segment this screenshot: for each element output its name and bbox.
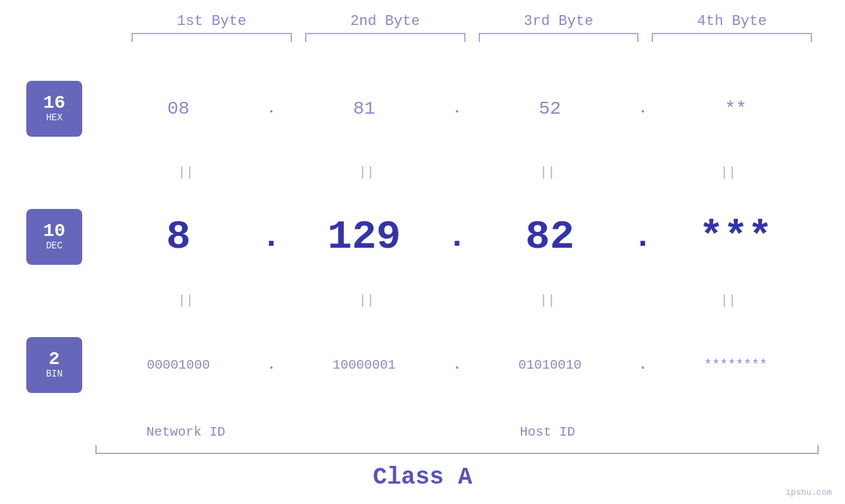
bin-dot2: .	[447, 357, 467, 373]
id-labels-row: Network ID Host ID	[26, 424, 819, 440]
dec-values: 8 . 129 . 82 . ***	[95, 214, 819, 260]
equals-row-2: || || || ||	[26, 293, 819, 308]
eq2-b1: ||	[95, 293, 276, 308]
equals-row-1: || || || ||	[26, 165, 819, 180]
rows-container: 16 HEX 08 . 81 . 52 . ** || || || || 10	[26, 55, 819, 418]
bin-badge: 2 BIN	[26, 337, 82, 393]
bottom-section: Network ID Host ID Class A	[26, 424, 819, 491]
bin-dot3: .	[633, 357, 653, 373]
bin-dot1: .	[262, 357, 281, 373]
hex-byte1: 08	[95, 99, 262, 119]
main-container: 1st Byte 2nd Byte 3rd Byte 4th Byte 16 H…	[0, 0, 845, 504]
bottom-bracket	[95, 445, 819, 454]
hex-dot2: .	[447, 101, 467, 117]
hex-byte3: 52	[467, 99, 633, 119]
eq2-b2: ||	[276, 293, 457, 308]
hex-badge-label: HEX	[46, 112, 62, 123]
bin-byte1: 00001000	[95, 357, 262, 373]
hex-badge-num: 16	[43, 94, 66, 112]
dec-byte1: 8	[95, 214, 262, 260]
class-label: Class A	[26, 464, 819, 491]
dec-byte4: ***	[653, 214, 819, 260]
eq1-b3: ||	[457, 165, 638, 180]
hex-values: 08 . 81 . 52 . **	[95, 99, 819, 119]
hex-dot3: .	[633, 101, 653, 117]
hex-byte2: 81	[281, 99, 448, 119]
eq1-b4: ||	[638, 165, 819, 180]
byte2-header: 2nd Byte	[299, 13, 472, 30]
dec-badge: 10 DEC	[26, 209, 82, 265]
bin-values: 00001000 . 10000001 . 01010010 . *******…	[95, 357, 819, 373]
byte4-header: 4th Byte	[645, 13, 819, 30]
hex-dot1: .	[262, 101, 281, 117]
bin-row: 2 BIN 00001000 . 10000001 . 01010010 . *…	[26, 311, 819, 418]
bin-byte4: ********	[653, 357, 819, 373]
bin-byte3: 01010010	[467, 357, 633, 373]
hex-badge: 16 HEX	[26, 81, 82, 137]
dec-byte2: 129	[281, 214, 448, 260]
eq1-b2: ||	[276, 165, 457, 180]
dec-row: 10 DEC 8 . 129 . 82 . ***	[26, 183, 819, 290]
bracket-2	[305, 33, 466, 42]
host-id-label: Host ID	[276, 424, 819, 440]
dec-dot3: .	[633, 218, 653, 256]
dec-badge-label: DEC	[46, 241, 62, 251]
dec-dot2: .	[447, 218, 467, 256]
bracket-1	[132, 33, 292, 42]
dec-byte3: 82	[467, 214, 633, 260]
byte1-header: 1st Byte	[125, 13, 299, 30]
dec-dot1: .	[262, 218, 281, 256]
eq1-b1: ||	[95, 165, 276, 180]
bin-badge-num: 2	[49, 350, 60, 369]
hex-row: 16 HEX 08 . 81 . 52 . **	[26, 55, 819, 162]
watermark: ipshu.com	[786, 488, 832, 497]
bracket-3	[479, 33, 639, 42]
bin-byte2: 10000001	[281, 357, 448, 373]
eq2-b4: ||	[638, 293, 819, 308]
byte-headers: 1st Byte 2nd Byte 3rd Byte 4th Byte	[26, 13, 819, 30]
eq2-b3: ||	[457, 293, 638, 308]
byte3-header: 3rd Byte	[472, 13, 646, 30]
network-id-label: Network ID	[95, 424, 276, 440]
bracket-4	[652, 33, 812, 42]
dec-badge-num: 10	[43, 222, 66, 241]
hex-byte4: **	[653, 99, 819, 119]
bin-badge-label: BIN	[46, 369, 62, 379]
bracket-row	[26, 33, 819, 42]
